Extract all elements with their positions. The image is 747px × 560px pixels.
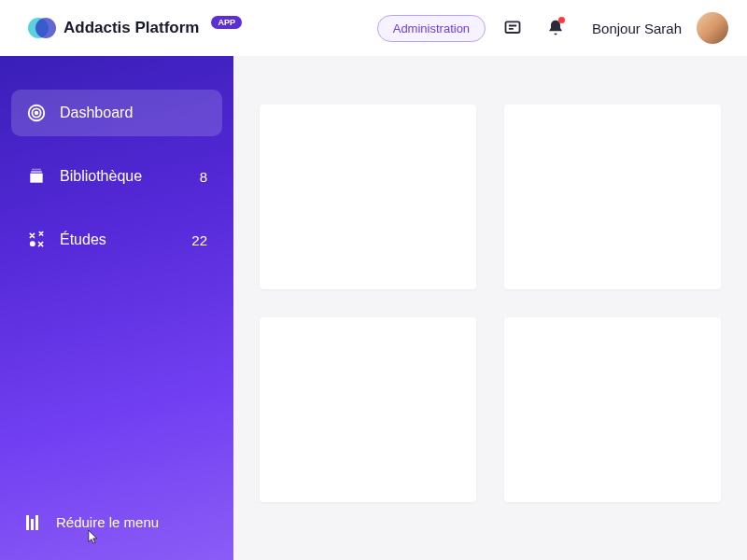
sidebar-item-library[interactable]: Bibliothèque 8 <box>11 153 222 200</box>
chat-icon[interactable] <box>502 18 523 38</box>
cursor-icon <box>88 529 101 546</box>
collapse-label: Réduire le menu <box>56 514 159 530</box>
svg-rect-0 <box>506 21 520 33</box>
sidebar-item-label: Bibliothèque <box>60 168 187 185</box>
sidebar-item-label: Études <box>60 231 178 248</box>
sidebar: Dashboard Bibliothèque 8 Études <box>0 56 233 560</box>
sidebar-item-count: 22 <box>191 232 207 248</box>
topbar: Addactis Platform APP Administration Bon… <box>0 0 747 56</box>
avatar[interactable] <box>697 12 728 44</box>
sidebar-item-count: 8 <box>200 169 207 185</box>
svg-point-7 <box>30 241 35 246</box>
app-badge: APP <box>211 16 242 29</box>
dashboard-card[interactable] <box>260 105 476 289</box>
target-icon <box>26 103 47 123</box>
svg-rect-6 <box>32 169 41 171</box>
dashboard-card[interactable] <box>504 317 721 502</box>
dashboard-card[interactable] <box>260 317 476 502</box>
sidebar-item-label: Dashboard <box>60 105 207 121</box>
dashboard-card[interactable] <box>504 105 721 289</box>
dashboard-cards-grid <box>260 105 721 502</box>
library-icon <box>26 166 47 187</box>
bell-icon[interactable] <box>545 18 566 38</box>
sidebar-item-studies[interactable]: Études 22 <box>11 217 222 263</box>
administration-button[interactable]: Administration <box>377 15 486 42</box>
collapse-icon <box>26 515 43 530</box>
collapse-menu-button[interactable]: Réduire le menu <box>11 503 222 541</box>
main-content <box>233 56 747 560</box>
greeting-text: Bonjour Sarah <box>592 21 682 36</box>
studies-icon <box>26 230 47 250</box>
svg-point-3 <box>35 112 38 115</box>
logo-icon <box>28 18 54 38</box>
logo[interactable]: Addactis Platform APP <box>28 18 242 38</box>
sidebar-item-dashboard[interactable]: Dashboard <box>11 90 222 136</box>
svg-rect-5 <box>31 171 42 173</box>
platform-name: Addactis Platform <box>63 19 199 37</box>
svg-rect-4 <box>30 174 42 183</box>
